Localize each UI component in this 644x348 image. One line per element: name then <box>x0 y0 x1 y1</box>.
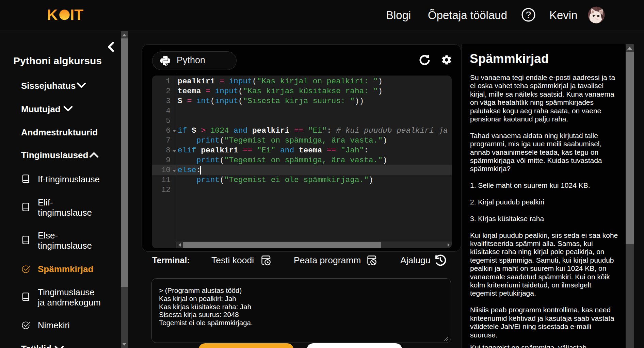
svg-text:?: ? <box>526 10 531 20</box>
svg-text:IT: IT <box>70 9 83 21</box>
svg-text:K: K <box>48 9 58 21</box>
